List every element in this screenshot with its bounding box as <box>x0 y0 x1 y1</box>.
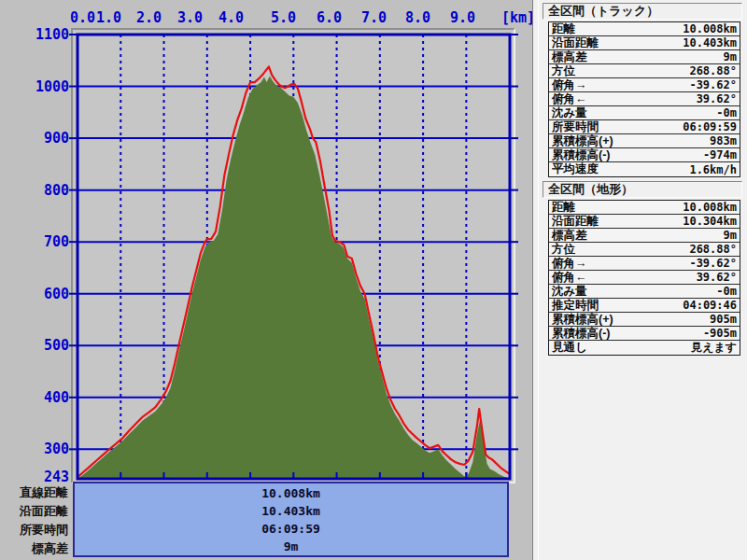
x-axis-unit-label: [km] <box>488 10 535 26</box>
stat-value: 983m <box>710 134 737 147</box>
panel-splitter[interactable] <box>532 0 539 560</box>
y-tick-label: 700 <box>2 234 69 249</box>
stat-value: -974m <box>703 148 737 161</box>
y-tick-label: 1100 <box>2 27 69 42</box>
stat-row: 標高差9m <box>549 50 740 64</box>
track-section-header: 全区間（トラック） <box>543 3 742 20</box>
x-tick-label: 1.0 <box>96 10 135 26</box>
stat-value: 1.6km/h <box>689 163 737 176</box>
x-tick-label: 2.0 <box>136 10 176 26</box>
stat-value: 9m <box>724 50 737 63</box>
stat-value: 268.88° <box>689 243 737 256</box>
stat-value: -0m <box>716 106 737 119</box>
stat-value: 見えます <box>691 340 737 356</box>
stat-value: 10.304km <box>683 215 737 228</box>
stat-label: 累積標高(-) <box>552 326 611 342</box>
stat-row: 平均速度1.6km/h <box>549 162 740 176</box>
summary-row-label: 沿面距離 <box>0 502 68 521</box>
x-tick-label: 5.0 <box>271 10 310 26</box>
y-tick-label: 243 <box>2 469 69 484</box>
terrain-section-header: 全区間（地形） <box>543 181 742 198</box>
y-tick-label: 800 <box>2 183 69 198</box>
y-tick-label: 600 <box>2 287 69 301</box>
summary-elevation-diff-value: 9m <box>75 538 507 555</box>
summary-row-label: 標高差 <box>0 539 68 558</box>
stat-value: 06:09:59 <box>683 120 737 133</box>
x-tick-label: 3.0 <box>177 10 217 26</box>
stat-value: 268.88° <box>689 64 737 77</box>
stat-row: 累積標高(-)-905m <box>549 327 740 341</box>
stat-row: 見通し見えます <box>549 341 740 355</box>
stats-panel: 全区間（トラック） 距離10.008km 沿面距離10.403km 標高差9m … <box>539 0 747 560</box>
stat-value: -39.62° <box>689 78 737 91</box>
summary-distance-value: 10.008km <box>75 484 507 502</box>
y-tick-label: 500 <box>2 338 69 353</box>
y-tick-label: 1000 <box>2 79 69 94</box>
x-tick-label: 4.0 <box>218 10 258 26</box>
x-tick-label: 8.0 <box>405 10 444 26</box>
stat-value: -39.62° <box>689 257 737 270</box>
stat-value: 39.62° <box>697 92 737 105</box>
y-tick-label: 900 <box>2 131 69 146</box>
x-tick-label: 6.0 <box>317 10 356 26</box>
summary-duration-value: 06:09:59 <box>75 520 507 538</box>
stat-value: 10.403km <box>683 36 737 49</box>
stat-row: 標高差9m <box>549 229 740 243</box>
stat-value: 39.62° <box>697 271 737 284</box>
y-tick-label: 300 <box>2 441 69 456</box>
y-tick-label: 400 <box>2 390 69 405</box>
stat-label: 累積標高(-) <box>552 147 611 163</box>
stat-value: 10.008km <box>683 201 737 214</box>
stat-value: 905m <box>710 313 737 326</box>
summary-surface-distance-value: 10.403km <box>75 502 507 520</box>
stat-value: -905m <box>703 327 737 340</box>
stat-value: 04:09:46 <box>683 299 737 312</box>
x-tick-label: 9.0 <box>450 10 489 26</box>
summary-value-box: 10.008km 10.403km 06:09:59 9m <box>73 482 509 557</box>
stat-label: 平均速度 <box>552 161 599 177</box>
stat-value: 9m <box>724 229 737 242</box>
stat-row: 累積標高(-)-974m <box>549 148 740 162</box>
stat-label: 見通し <box>552 340 587 356</box>
elevation-chart-plot[interactable] <box>66 31 521 483</box>
elevation-profile-window: 0.0 1.0 2.0 3.0 4.0 5.0 6.0 7.0 8.0 9.0 … <box>0 0 747 560</box>
summary-row-label: 直線距離 <box>0 483 68 502</box>
stat-value: -0m <box>716 285 737 298</box>
x-tick-label: 7.0 <box>361 10 401 26</box>
stat-value: 10.008km <box>683 22 737 35</box>
summary-row-label: 所要時間 <box>0 521 68 539</box>
track-stats-table: 距離10.008km 沿面距離10.403km 標高差9m 方位268.88° … <box>548 21 740 177</box>
terrain-stats-table: 距離10.008km 沿面距離10.304km 標高差9m 方位268.88° … <box>548 200 740 356</box>
